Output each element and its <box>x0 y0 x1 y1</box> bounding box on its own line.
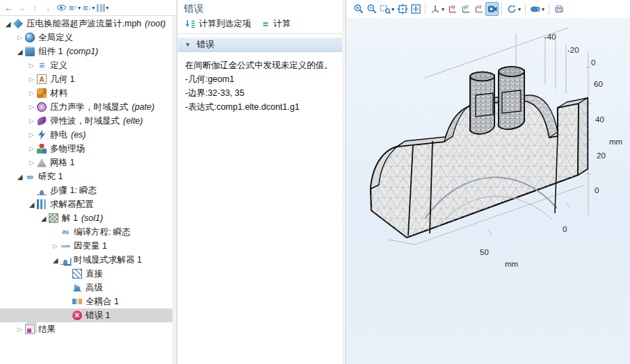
tree-row[interactable]: ▷ 结果 <box>0 322 172 336</box>
settings-scrollbar[interactable] <box>342 0 346 364</box>
expand-all-icon[interactable]: ≡↑▾ <box>68 1 81 15</box>
rotate-icon[interactable] <box>505 2 518 16</box>
tree-expander-icon[interactable]: ▷ <box>15 326 25 333</box>
axis-tick-label: 40 <box>595 115 604 124</box>
graphics-canvas[interactable]: -40-2006040mm200050mm z <box>347 18 630 364</box>
compute-to-selected-label: 计算到选定项 <box>199 18 251 30</box>
tree-scrollbar[interactable] <box>172 17 177 364</box>
tree-node-label: 全局定义 <box>38 32 73 44</box>
go-to-view-caret-icon[interactable]: ▾ <box>442 6 444 13</box>
tree-node-icon <box>37 199 47 209</box>
tree-row[interactable]: ▷ 材料 <box>0 86 172 100</box>
rotate-caret-icon[interactable]: ▾ <box>518 6 521 13</box>
tree-row[interactable]: ◢ 求解器配置 <box>0 197 172 211</box>
model-builder-panel: ← → ↑ ↓ ≡↑▾ ≡↓▾ ▾ ◢ 压电换能器超声波流量计.mph (roo… <box>0 0 177 364</box>
tree-row[interactable]: ▷ 全局定义 <box>0 31 172 44</box>
tree-node-tag: (sol1) <box>81 213 103 223</box>
zoom-box-icon[interactable] <box>378 2 391 16</box>
tree-expander-icon[interactable]: ▷ <box>26 90 37 97</box>
fit-window-icon[interactable] <box>409 2 422 16</box>
tree-node-label: 错误 1 <box>86 310 110 322</box>
tree-row[interactable]: ◢ 组件 1 (comp1) <box>0 44 172 58</box>
tree-row[interactable]: ▷ 因变量 1 <box>0 239 172 253</box>
tree-node-label: 求解器配置 <box>50 199 94 210</box>
zoom-extents-icon[interactable] <box>396 2 409 16</box>
tree-expander-icon[interactable]: ◢ <box>3 20 13 28</box>
tree-row[interactable]: ▷ 弹性波，时域显式 (elte) <box>0 114 172 128</box>
tree-expander-icon[interactable]: ▷ <box>26 62 37 69</box>
tree-expander-icon[interactable]: ◢ <box>50 256 60 264</box>
tree-row[interactable]: ◢ 压电换能器超声波流量计.mph (root) <box>0 17 172 31</box>
tree-row[interactable]: ▷ 静电 (es) <box>0 128 172 142</box>
compute-button[interactable]: 计算 <box>259 17 292 31</box>
tree-expander-icon[interactable]: ▷ <box>26 104 37 110</box>
move-down-icon[interactable]: ↓ <box>42 1 54 15</box>
tree-node-tag: (es) <box>71 130 86 140</box>
node-label-display-icon[interactable]: ▾ <box>96 1 109 15</box>
tree-row[interactable]: ◢ 研究 1 <box>0 169 172 183</box>
view-xy-icon[interactable]: xy <box>446 2 459 16</box>
tree-row[interactable]: ▷ 网格 1 <box>0 156 172 169</box>
tree-row[interactable]: 全耦合 1 <box>0 295 172 308</box>
tree-node-label: 时域显式求解器 1 <box>74 254 142 266</box>
section-label: 错误 <box>197 39 214 51</box>
tree-node-label: 材料 <box>50 88 67 99</box>
tree-row[interactable]: ▷ 压力声学，时域显式 (pate) <box>0 100 172 114</box>
tree-node-icon <box>37 130 47 140</box>
tree-expander-icon[interactable]: ▷ <box>26 76 37 83</box>
tree-expander-icon[interactable]: ▷ <box>26 131 37 138</box>
scene-light-icon[interactable] <box>528 2 542 16</box>
tree-row[interactable]: ◢ 解 1 (sol1) <box>0 211 172 225</box>
show-icon[interactable] <box>55 1 67 15</box>
compute-to-selected-button[interactable]: 计算到选定项 <box>184 17 252 31</box>
tree-row[interactable]: ◢ 时域显式求解器 1 <box>0 253 172 267</box>
back-icon[interactable]: ← <box>2 1 15 15</box>
view-yz-icon[interactable]: yz <box>459 2 472 16</box>
tree-expander-icon[interactable]: ▷ <box>50 242 60 249</box>
tree-row[interactable]: ▷ 定义 <box>0 58 172 72</box>
collapse-all-icon[interactable]: ≡↓▾ <box>82 1 95 15</box>
axis-tick-label: 0 <box>591 58 595 67</box>
tree-row[interactable]: 直接 <box>0 267 172 281</box>
view-xz-icon[interactable]: xz <box>472 2 485 16</box>
zoom-in-icon[interactable] <box>352 2 365 16</box>
tree-row[interactable]: 高级 <box>0 281 172 295</box>
tree-node-icon <box>37 102 47 112</box>
tree-node-icon <box>72 269 82 279</box>
tree-expander-icon[interactable]: ◢ <box>15 48 25 56</box>
go-to-view-icon[interactable] <box>428 2 442 16</box>
tree-expander-icon[interactable]: ◢ <box>38 215 49 222</box>
zoom-box-caret-icon[interactable]: ▾ <box>391 6 394 13</box>
tree-expander-icon[interactable]: ◢ <box>15 173 25 181</box>
tree-expander-icon[interactable]: ▷ <box>15 34 25 41</box>
tree-row[interactable]: ▷ 多物理场 <box>0 142 172 156</box>
tree-row[interactable]: 编译方程: 瞬态 <box>0 225 172 239</box>
error-message: 在间断伽辽金公式中发现未定义的值。-几何:geom1-边界:32-33, 35-… <box>178 52 346 120</box>
tree-expander-icon[interactable]: ▷ <box>26 117 37 124</box>
scene-light-caret-icon[interactable]: ▾ <box>542 6 544 13</box>
zoom-out-icon[interactable] <box>365 2 378 16</box>
tree-row[interactable]: ▷ 几何 1 <box>0 72 172 86</box>
axis-tick-label: -40 <box>544 33 556 41</box>
axis-tick-label: 0 <box>563 225 567 233</box>
move-up-icon[interactable]: ↑ <box>29 1 41 15</box>
tree-node-icon <box>37 158 47 167</box>
tree-node-label: 网格 1 <box>50 157 74 169</box>
axis-tick-label: 60 <box>594 80 603 88</box>
forward-icon[interactable]: → <box>15 1 28 15</box>
tree-node-label: 压力声学，时域显式 <box>50 101 129 113</box>
tree-row[interactable]: 步骤 1: 瞬态 <box>0 183 172 197</box>
tree-node-icon <box>36 116 47 126</box>
tree-expander-icon[interactable]: ▷ <box>26 145 37 152</box>
svg-text:xz: xz <box>477 4 482 9</box>
tree-node-icon <box>60 255 70 265</box>
svg-text:xy: xy <box>451 4 455 10</box>
tree-expander-icon[interactable]: ▷ <box>26 159 37 166</box>
tree-node-tag: (pate) <box>132 102 155 112</box>
tree-node-label: 组件 1 <box>38 46 63 58</box>
tree-expander-icon[interactable]: ◢ <box>26 201 37 208</box>
image-snapshot-icon[interactable] <box>552 2 565 16</box>
error-section-header[interactable]: ▼ 错误 <box>178 38 346 52</box>
tree-row[interactable]: 错误 1 <box>0 308 172 322</box>
perspective-toggle-icon[interactable] <box>485 2 499 16</box>
